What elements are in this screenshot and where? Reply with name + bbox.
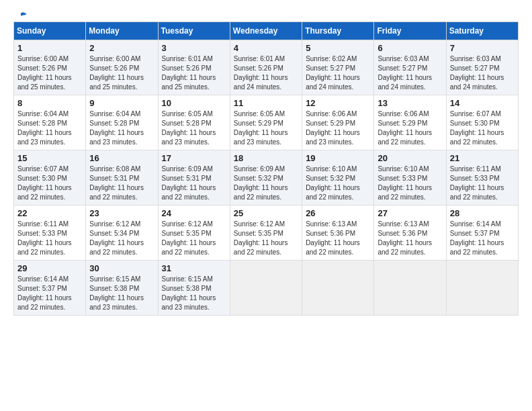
calendar-cell: 1Sunrise: 6:00 AM Sunset: 5:26 PM Daylig… (14, 40, 86, 95)
day-info: Sunrise: 6:02 AM Sunset: 5:27 PM Dayligh… (306, 54, 370, 92)
day-info: Sunrise: 6:15 AM Sunset: 5:38 PM Dayligh… (89, 275, 154, 312)
day-info: Sunrise: 6:11 AM Sunset: 5:33 PM Dayligh… (17, 220, 82, 257)
day-info: Sunrise: 6:05 AM Sunset: 5:28 PM Dayligh… (162, 109, 226, 147)
calendar-cell: 29Sunrise: 6:14 AM Sunset: 5:37 PM Dayli… (14, 261, 86, 316)
day-info: Sunrise: 6:09 AM Sunset: 5:32 PM Dayligh… (234, 165, 298, 202)
day-info: Sunrise: 6:07 AM Sunset: 5:30 PM Dayligh… (17, 165, 82, 202)
day-info: Sunrise: 6:13 AM Sunset: 5:36 PM Dayligh… (306, 220, 370, 257)
day-info: Sunrise: 6:00 AM Sunset: 5:26 PM Dayligh… (89, 54, 154, 92)
day-info: Sunrise: 6:03 AM Sunset: 5:27 PM Dayligh… (378, 54, 442, 92)
calendar-cell (230, 261, 302, 316)
calendar-cell (302, 261, 374, 316)
calendar-cell: 13Sunrise: 6:06 AM Sunset: 5:29 PM Dayli… (374, 95, 446, 150)
day-info: Sunrise: 6:08 AM Sunset: 5:31 PM Dayligh… (89, 165, 154, 202)
day-number: 17 (162, 153, 226, 163)
calendar-cell: 26Sunrise: 6:13 AM Sunset: 5:36 PM Dayli… (302, 205, 374, 261)
day-number: 15 (17, 153, 82, 163)
calendar-weekday-sunday: Sunday (14, 22, 86, 40)
page-header (13, 13, 519, 15)
day-number: 2 (89, 43, 154, 53)
day-number: 27 (378, 208, 442, 218)
day-info: Sunrise: 6:09 AM Sunset: 5:31 PM Dayligh… (162, 165, 226, 202)
calendar-cell: 11Sunrise: 6:05 AM Sunset: 5:29 PM Dayli… (230, 95, 302, 150)
calendar-header-row: SundayMondayTuesdayWednesdayThursdayFrid… (14, 22, 519, 40)
day-number: 10 (162, 98, 226, 108)
day-number: 14 (450, 98, 515, 108)
day-info: Sunrise: 6:04 AM Sunset: 5:28 PM Dayligh… (89, 109, 154, 147)
day-info: Sunrise: 6:05 AM Sunset: 5:29 PM Dayligh… (234, 109, 298, 147)
day-number: 12 (306, 98, 370, 108)
calendar-cell: 6Sunrise: 6:03 AM Sunset: 5:27 PM Daylig… (374, 40, 446, 95)
calendar-cell: 3Sunrise: 6:01 AM Sunset: 5:26 PM Daylig… (158, 40, 230, 95)
calendar-weekday-saturday: Saturday (446, 22, 518, 40)
day-number: 13 (378, 98, 442, 108)
day-info: Sunrise: 6:10 AM Sunset: 5:32 PM Dayligh… (306, 165, 370, 202)
calendar-cell: 4Sunrise: 6:01 AM Sunset: 5:26 PM Daylig… (230, 40, 302, 95)
day-info: Sunrise: 6:10 AM Sunset: 5:33 PM Dayligh… (378, 165, 442, 202)
calendar-body: 1Sunrise: 6:00 AM Sunset: 5:26 PM Daylig… (14, 40, 519, 316)
day-info: Sunrise: 6:12 AM Sunset: 5:35 PM Dayligh… (162, 220, 226, 257)
day-number: 30 (89, 263, 154, 273)
calendar-weekday-monday: Monday (86, 22, 158, 40)
day-info: Sunrise: 6:04 AM Sunset: 5:28 PM Dayligh… (17, 109, 82, 147)
calendar-table: SundayMondayTuesdayWednesdayThursdayFrid… (13, 21, 519, 316)
day-number: 4 (234, 43, 298, 53)
day-info: Sunrise: 6:00 AM Sunset: 5:26 PM Dayligh… (17, 54, 82, 92)
day-number: 23 (89, 208, 154, 218)
calendar-week-1: 1Sunrise: 6:00 AM Sunset: 5:26 PM Daylig… (14, 40, 519, 95)
day-info: Sunrise: 6:01 AM Sunset: 5:26 PM Dayligh… (162, 54, 226, 92)
calendar-cell: 23Sunrise: 6:12 AM Sunset: 5:34 PM Dayli… (86, 205, 158, 261)
calendar-cell: 20Sunrise: 6:10 AM Sunset: 5:33 PM Dayli… (374, 150, 446, 205)
calendar-cell: 31Sunrise: 6:15 AM Sunset: 5:38 PM Dayli… (158, 261, 230, 316)
day-number: 24 (162, 208, 226, 218)
calendar-weekday-wednesday: Wednesday (230, 22, 302, 40)
day-info: Sunrise: 6:03 AM Sunset: 5:27 PM Dayligh… (450, 54, 515, 92)
day-info: Sunrise: 6:11 AM Sunset: 5:33 PM Dayligh… (450, 165, 515, 202)
calendar-week-5: 29Sunrise: 6:14 AM Sunset: 5:37 PM Dayli… (14, 261, 519, 316)
day-info: Sunrise: 6:06 AM Sunset: 5:29 PM Dayligh… (306, 109, 370, 147)
day-number: 20 (378, 153, 442, 163)
calendar-cell: 21Sunrise: 6:11 AM Sunset: 5:33 PM Dayli… (446, 150, 518, 205)
day-number: 1 (17, 43, 82, 53)
day-info: Sunrise: 6:06 AM Sunset: 5:29 PM Dayligh… (378, 109, 442, 147)
day-number: 16 (89, 153, 154, 163)
day-number: 22 (17, 208, 82, 218)
calendar-cell: 19Sunrise: 6:10 AM Sunset: 5:32 PM Dayli… (302, 150, 374, 205)
day-info: Sunrise: 6:15 AM Sunset: 5:38 PM Dayligh… (162, 275, 226, 312)
day-info: Sunrise: 6:12 AM Sunset: 5:35 PM Dayligh… (234, 220, 298, 257)
calendar-cell (446, 261, 518, 316)
calendar-cell: 28Sunrise: 6:14 AM Sunset: 5:37 PM Dayli… (446, 205, 518, 261)
day-number: 19 (306, 153, 370, 163)
day-info: Sunrise: 6:12 AM Sunset: 5:34 PM Dayligh… (89, 220, 154, 257)
day-number: 21 (450, 153, 515, 163)
calendar-weekday-thursday: Thursday (302, 22, 374, 40)
calendar-cell: 8Sunrise: 6:04 AM Sunset: 5:28 PM Daylig… (14, 95, 86, 150)
day-info: Sunrise: 6:01 AM Sunset: 5:26 PM Dayligh… (234, 54, 298, 92)
day-number: 28 (450, 208, 515, 218)
day-info: Sunrise: 6:13 AM Sunset: 5:36 PM Dayligh… (378, 220, 442, 257)
day-number: 25 (234, 208, 298, 218)
calendar-weekday-friday: Friday (374, 22, 446, 40)
day-info: Sunrise: 6:07 AM Sunset: 5:30 PM Dayligh… (450, 109, 515, 147)
day-number: 11 (234, 98, 298, 108)
calendar-cell: 27Sunrise: 6:13 AM Sunset: 5:36 PM Dayli… (374, 205, 446, 261)
day-number: 29 (17, 263, 82, 273)
day-number: 6 (378, 43, 442, 53)
calendar-cell: 17Sunrise: 6:09 AM Sunset: 5:31 PM Dayli… (158, 150, 230, 205)
calendar-cell: 5Sunrise: 6:02 AM Sunset: 5:27 PM Daylig… (302, 40, 374, 95)
calendar-cell: 10Sunrise: 6:05 AM Sunset: 5:28 PM Dayli… (158, 95, 230, 150)
calendar-cell: 15Sunrise: 6:07 AM Sunset: 5:30 PM Dayli… (14, 150, 86, 205)
calendar-week-2: 8Sunrise: 6:04 AM Sunset: 5:28 PM Daylig… (14, 95, 519, 150)
calendar-cell: 2Sunrise: 6:00 AM Sunset: 5:26 PM Daylig… (86, 40, 158, 95)
day-number: 8 (17, 98, 82, 108)
calendar-weekday-tuesday: Tuesday (158, 22, 230, 40)
calendar-cell: 22Sunrise: 6:11 AM Sunset: 5:33 PM Dayli… (14, 205, 86, 261)
day-number: 26 (306, 208, 370, 218)
day-number: 9 (89, 98, 154, 108)
calendar-cell: 14Sunrise: 6:07 AM Sunset: 5:30 PM Dayli… (446, 95, 518, 150)
day-number: 7 (450, 43, 515, 53)
calendar-cell: 16Sunrise: 6:08 AM Sunset: 5:31 PM Dayli… (86, 150, 158, 205)
day-number: 18 (234, 153, 298, 163)
calendar-cell: 25Sunrise: 6:12 AM Sunset: 5:35 PM Dayli… (230, 205, 302, 261)
calendar-week-3: 15Sunrise: 6:07 AM Sunset: 5:30 PM Dayli… (14, 150, 519, 205)
